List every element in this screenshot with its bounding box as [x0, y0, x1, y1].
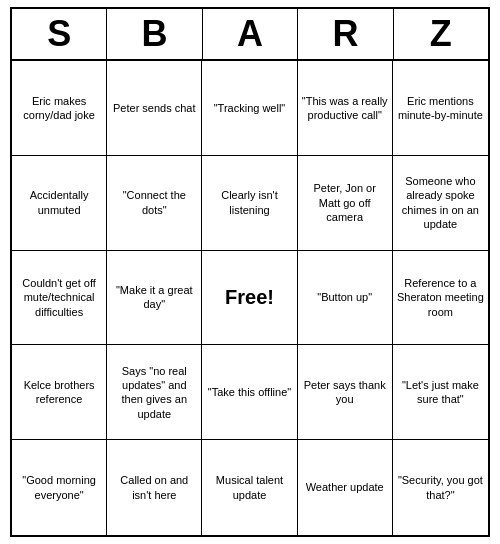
bingo-cell-0[interactable]: Eric makes corny/dad joke: [12, 61, 107, 156]
bingo-cell-12[interactable]: Free!: [202, 251, 297, 346]
bingo-cell-13[interactable]: "Button up": [298, 251, 393, 346]
bingo-cell-1[interactable]: Peter sends chat: [107, 61, 202, 156]
bingo-cell-22[interactable]: Musical talent update: [202, 440, 297, 535]
bingo-cell-9[interactable]: Someone who already spoke chimes in on a…: [393, 156, 488, 251]
bingo-cell-4[interactable]: Eric mentions minute-by-minute: [393, 61, 488, 156]
bingo-cell-24[interactable]: "Security, you got that?": [393, 440, 488, 535]
bingo-cell-21[interactable]: Called on and isn't here: [107, 440, 202, 535]
bingo-cell-10[interactable]: Couldn't get off mute/technical difficul…: [12, 251, 107, 346]
bingo-cell-17[interactable]: "Take this offline": [202, 345, 297, 440]
header-a: A: [203, 9, 298, 59]
bingo-cell-7[interactable]: Clearly isn't listening: [202, 156, 297, 251]
header-r: R: [298, 9, 393, 59]
header-b: B: [107, 9, 202, 59]
bingo-cell-8[interactable]: Peter, Jon or Matt go off camera: [298, 156, 393, 251]
bingo-header: S B A R Z: [12, 9, 488, 61]
bingo-cell-6[interactable]: "Connect the dots": [107, 156, 202, 251]
header-z: Z: [394, 9, 488, 59]
bingo-cell-11[interactable]: "Make it a great day": [107, 251, 202, 346]
bingo-cell-14[interactable]: Reference to a Sheraton meeting room: [393, 251, 488, 346]
bingo-cell-23[interactable]: Weather update: [298, 440, 393, 535]
bingo-cell-2[interactable]: "Tracking well": [202, 61, 297, 156]
bingo-cell-18[interactable]: Peter says thank you: [298, 345, 393, 440]
bingo-grid: Eric makes corny/dad jokePeter sends cha…: [12, 61, 488, 535]
bingo-cell-16[interactable]: Says "no real updates" and then gives an…: [107, 345, 202, 440]
bingo-card: S B A R Z Eric makes corny/dad jokePeter…: [10, 7, 490, 537]
bingo-cell-5[interactable]: Accidentally unmuted: [12, 156, 107, 251]
bingo-cell-15[interactable]: Kelce brothers reference: [12, 345, 107, 440]
header-s: S: [12, 9, 107, 59]
bingo-cell-3[interactable]: "This was a really productive call": [298, 61, 393, 156]
bingo-cell-20[interactable]: "Good morning everyone": [12, 440, 107, 535]
bingo-cell-19[interactable]: "Let's just make sure that": [393, 345, 488, 440]
